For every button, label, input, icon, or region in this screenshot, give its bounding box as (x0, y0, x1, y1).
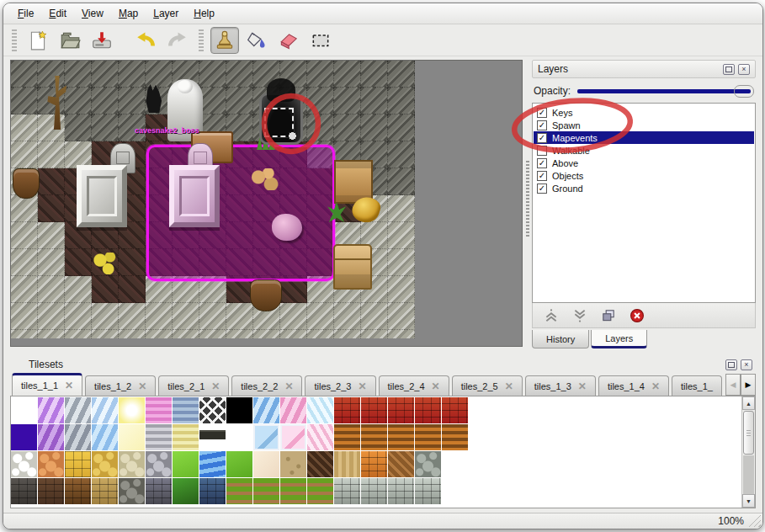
save-button[interactable] (88, 27, 116, 54)
palette-tile[interactable] (11, 451, 37, 477)
tile-selection-marquee[interactable] (264, 108, 294, 137)
palette-tile[interactable] (199, 478, 226, 504)
layers-panel-titlebar[interactable]: Layers × (532, 60, 756, 78)
palette-tile[interactable] (415, 478, 441, 504)
layer-visibility-checkbox[interactable]: ✓ (537, 158, 547, 168)
palette-tile[interactable] (173, 451, 199, 477)
map-tile[interactable] (173, 330, 199, 338)
map-tile[interactable] (65, 88, 92, 114)
layer-visibility-checkbox[interactable]: ✓ (537, 120, 547, 130)
palette-tile[interactable] (415, 424, 441, 450)
opacity-slider-handle[interactable] (734, 85, 754, 98)
tileset-tab-tiles_2_4[interactable]: tiles_2_4✕ (379, 375, 449, 396)
toolbar-grip[interactable] (12, 29, 17, 51)
palette-tile[interactable] (415, 451, 441, 477)
palette-tile[interactable] (38, 424, 64, 450)
delete-layer-button[interactable] (629, 307, 645, 324)
map-tile[interactable] (38, 249, 65, 276)
palette-tile[interactable] (11, 397, 37, 423)
palette-tile[interactable] (65, 478, 91, 504)
undo-button[interactable] (131, 27, 160, 54)
map-tile[interactable] (119, 249, 146, 276)
tilesets-titlebar[interactable]: Tilesets × (10, 356, 756, 373)
palette-tile[interactable] (307, 451, 333, 477)
map-tile[interactable] (92, 114, 119, 141)
map-tile[interactable] (11, 249, 38, 276)
map-tile[interactable] (334, 61, 361, 88)
map-tile[interactable] (65, 276, 92, 303)
select-tool-button[interactable] (306, 27, 335, 54)
tileset-tab-tiles_1[interactable]: tiles_1_ (672, 375, 722, 396)
palette-tile[interactable] (307, 424, 333, 450)
palette-tile[interactable] (280, 451, 306, 477)
open-file-button[interactable] (56, 27, 84, 54)
palette-tile[interactable] (388, 478, 414, 504)
map-tile[interactable] (65, 114, 92, 141)
stamp-tool-button[interactable] (210, 27, 239, 54)
map-tile[interactable] (388, 195, 415, 222)
map-tile[interactable] (334, 303, 361, 330)
lower-layer-button[interactable] (571, 307, 588, 324)
map-tile[interactable] (65, 303, 92, 330)
palette-tile[interactable] (442, 397, 468, 423)
tileset-tab-tiles_1_4[interactable]: tiles_1_4✕ (598, 375, 669, 396)
palette-tile[interactable] (253, 424, 279, 450)
close-tab-icon[interactable]: ✕ (138, 382, 146, 391)
map-tile[interactable] (388, 61, 415, 88)
tileset-tab-tiles_2_5[interactable]: tiles_2_5✕ (452, 375, 523, 396)
map-tile[interactable] (280, 303, 307, 330)
palette-tile[interactable] (442, 424, 468, 450)
layer-row-walkable[interactable]: Walkable (534, 144, 754, 157)
palette-tile[interactable] (199, 451, 226, 477)
map-tile[interactable] (92, 303, 119, 330)
map-tile[interactable] (361, 61, 388, 88)
palette-tile[interactable] (65, 424, 91, 450)
menu-layer[interactable]: Layer (146, 5, 186, 22)
palette-tile[interactable] (146, 397, 172, 423)
map-tile[interactable] (11, 330, 38, 338)
map-tile[interactable] (119, 61, 146, 88)
map-tile[interactable] (226, 61, 253, 88)
palette-tile[interactable] (442, 451, 468, 477)
palette-tile[interactable] (226, 397, 252, 423)
map-tile[interactable] (334, 330, 361, 338)
map-tile[interactable] (361, 330, 388, 338)
map-tile[interactable] (199, 330, 226, 338)
toolbar-grip[interactable] (199, 29, 204, 51)
map-tile[interactable] (146, 61, 173, 88)
tileset-view[interactable]: ▲ ▼ (10, 396, 756, 508)
close-tab-icon[interactable]: ✕ (65, 381, 73, 390)
layer-visibility-checkbox[interactable] (537, 146, 547, 156)
palette-tile[interactable] (173, 424, 199, 450)
map-tile[interactable] (38, 276, 65, 303)
duplicate-layer-button[interactable] (600, 307, 617, 324)
map-tile[interactable] (38, 222, 65, 249)
map-tile[interactable] (226, 88, 253, 114)
map-tile[interactable] (199, 303, 226, 330)
map-tile[interactable] (388, 249, 415, 276)
palette-tile[interactable] (146, 451, 172, 477)
palette-tile[interactable] (38, 451, 64, 477)
palette-tile[interactable] (253, 478, 279, 504)
map-tile[interactable] (38, 141, 65, 168)
window-resize-grip[interactable] (748, 514, 761, 527)
map-tile[interactable] (307, 114, 334, 141)
palette-tile[interactable] (173, 478, 199, 504)
map-content[interactable]: cavesnake2_boss (11, 61, 415, 338)
palette-tile[interactable] (388, 451, 414, 477)
menu-view[interactable]: View (74, 5, 111, 22)
layer-row-above[interactable]: ✓Above (534, 157, 754, 169)
layer-visibility-checkbox[interactable]: ✓ (537, 133, 547, 143)
palette-tile[interactable] (280, 424, 306, 450)
map-tile[interactable] (119, 330, 146, 338)
palette-tile[interactable] (280, 478, 306, 504)
tileset-tab-tiles_1_3[interactable]: tiles_1_3✕ (525, 375, 596, 396)
new-file-button[interactable] (24, 27, 52, 54)
palette-tile[interactable] (92, 451, 118, 477)
close-tab-icon[interactable]: ✕ (432, 382, 440, 391)
map-tile[interactable] (199, 61, 226, 88)
map-tile[interactable] (226, 303, 253, 330)
map-tile[interactable] (388, 303, 415, 330)
close-tab-icon[interactable]: ✕ (211, 382, 220, 391)
map-tile[interactable] (38, 114, 65, 141)
